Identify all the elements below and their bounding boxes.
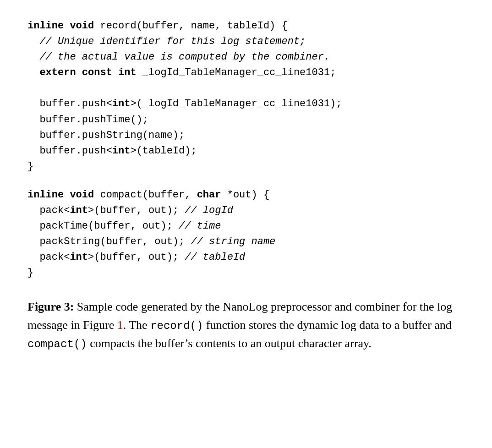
keyword-int-1: int bbox=[118, 67, 137, 78]
comment-2: // the actual value is computed by the c… bbox=[39, 51, 330, 63]
comment-tableid: // tableId bbox=[185, 251, 245, 263]
figure-reference: 1 bbox=[117, 318, 123, 332]
keyword-int-5: int bbox=[70, 251, 88, 263]
keyword-inline-2: inline bbox=[27, 189, 64, 201]
caption-inline-code-1: record() bbox=[150, 320, 203, 332]
keyword-int-2: int bbox=[112, 98, 131, 109]
code-section: inline void record(buffer, name, tableId… bbox=[27, 18, 465, 281]
keyword-char: char bbox=[197, 189, 221, 201]
code-divider bbox=[27, 179, 465, 187]
caption-text-2: . The bbox=[123, 318, 150, 332]
caption-inline-code-2: compact() bbox=[27, 338, 87, 350]
keyword-const: const bbox=[82, 67, 112, 78]
comment-1: // Unique identifier for this log statem… bbox=[39, 36, 306, 47]
caption-text-3: function stores the dynamic log data to … bbox=[203, 318, 451, 332]
figure-caption: Figure 3: Sample code generated by the N… bbox=[27, 298, 465, 353]
figure-label: Figure 3: bbox=[27, 300, 74, 313]
keyword-void-2: void bbox=[70, 189, 94, 201]
keyword-inline: inline bbox=[27, 20, 64, 32]
keyword-int-3: int bbox=[112, 145, 131, 157]
keyword-extern: extern bbox=[39, 67, 76, 78]
comment-logid: // logId bbox=[185, 205, 233, 216]
keyword-void: void bbox=[70, 20, 94, 32]
caption-text-4: compacts the buffer’s contents to an out… bbox=[87, 337, 372, 350]
comment-time: // time bbox=[179, 220, 221, 232]
comment-string-name: // string name bbox=[191, 236, 275, 247]
record-function-code: inline void record(buffer, name, tableId… bbox=[27, 18, 465, 175]
compact-function-code: inline void compact(buffer, char *out) {… bbox=[27, 187, 465, 281]
keyword-int-4: int bbox=[70, 205, 88, 216]
